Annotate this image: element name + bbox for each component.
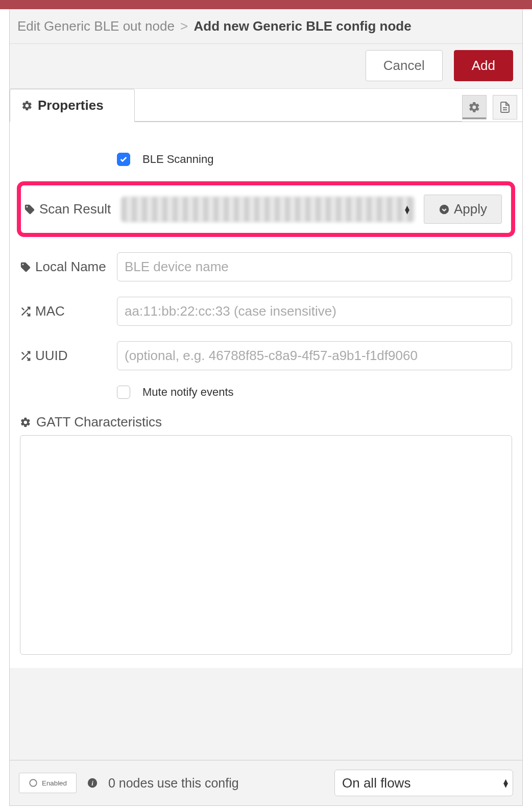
properties-form: BLE Scanning Scan Result ▴▾ Apply <box>10 122 522 668</box>
mute-row: Mute notify events <box>20 386 512 399</box>
settings-tab-button[interactable] <box>462 95 487 120</box>
mute-checkbox[interactable] <box>117 386 130 399</box>
tab-icon-buttons <box>462 89 522 122</box>
info-icon: i <box>87 777 98 789</box>
scan-result-row: Scan Result ▴▾ Apply <box>17 181 515 237</box>
mac-input[interactable] <box>117 297 512 326</box>
svg-text:i: i <box>91 780 93 787</box>
window-titlebar <box>0 0 532 9</box>
svg-point-9 <box>30 779 37 787</box>
svg-line-5 <box>22 307 25 310</box>
tab-properties[interactable]: Properties <box>10 89 135 122</box>
breadcrumb: Edit Generic BLE out node > Add new Gene… <box>10 9 522 44</box>
ble-scanning-checkbox[interactable] <box>117 153 130 166</box>
gear-icon <box>468 101 480 113</box>
enabled-toggle[interactable]: Enabled <box>19 773 77 793</box>
shuffle-icon <box>20 306 31 317</box>
gear-icon <box>21 100 33 111</box>
gatt-label: GATT Characteristics <box>20 414 512 430</box>
uuid-label: UUID <box>20 348 108 364</box>
scan-result-select-wrap: ▴▾ <box>121 197 415 222</box>
gear-icon <box>20 417 31 428</box>
ble-scanning-label: BLE Scanning <box>142 153 213 166</box>
tabs: Properties <box>10 89 522 122</box>
usage-text: 0 nodes use this config <box>108 776 324 791</box>
chevron-down-circle-icon <box>439 204 450 215</box>
footer-bar: Enabled i 0 nodes use this config On all… <box>10 760 522 805</box>
tab-properties-label: Properties <box>38 98 104 113</box>
local-name-input[interactable] <box>117 252 512 281</box>
scope-select[interactable]: On all flows <box>334 770 513 796</box>
shuffle-icon <box>20 350 31 362</box>
svg-point-2 <box>440 204 449 213</box>
config-edit-panel: Edit Generic BLE out node > Add new Gene… <box>9 9 523 806</box>
breadcrumb-separator: > <box>180 18 188 34</box>
mac-label: MAC <box>20 303 108 319</box>
file-text-icon <box>499 101 511 113</box>
uuid-row: UUID <box>20 341 512 370</box>
local-name-row: Local Name <box>20 252 512 281</box>
cancel-button[interactable]: Cancel <box>366 50 443 81</box>
svg-line-8 <box>22 352 25 354</box>
ble-scanning-row: BLE Scanning <box>20 153 512 166</box>
breadcrumb-current: Add new Generic BLE config node <box>194 18 412 34</box>
circle-icon <box>29 778 38 788</box>
uuid-input[interactable] <box>117 341 512 370</box>
gatt-textarea[interactable] <box>20 435 512 655</box>
add-button[interactable]: Add <box>454 50 513 81</box>
action-bar: Cancel Add <box>10 44 522 89</box>
mac-row: MAC <box>20 297 512 326</box>
docs-tab-button[interactable] <box>493 95 517 120</box>
gatt-section: GATT Characteristics <box>20 414 512 658</box>
apply-button[interactable]: Apply <box>424 195 502 224</box>
breadcrumb-prev[interactable]: Edit Generic BLE out node <box>17 18 175 34</box>
local-name-label: Local Name <box>20 259 108 275</box>
mute-label: Mute notify events <box>142 386 234 399</box>
scan-result-select[interactable] <box>121 197 415 222</box>
tag-icon <box>20 261 31 273</box>
scan-result-label: Scan Result <box>24 201 112 217</box>
scope-select-wrap: On all flows ▴▾ <box>334 770 513 796</box>
tag-icon <box>24 204 35 215</box>
